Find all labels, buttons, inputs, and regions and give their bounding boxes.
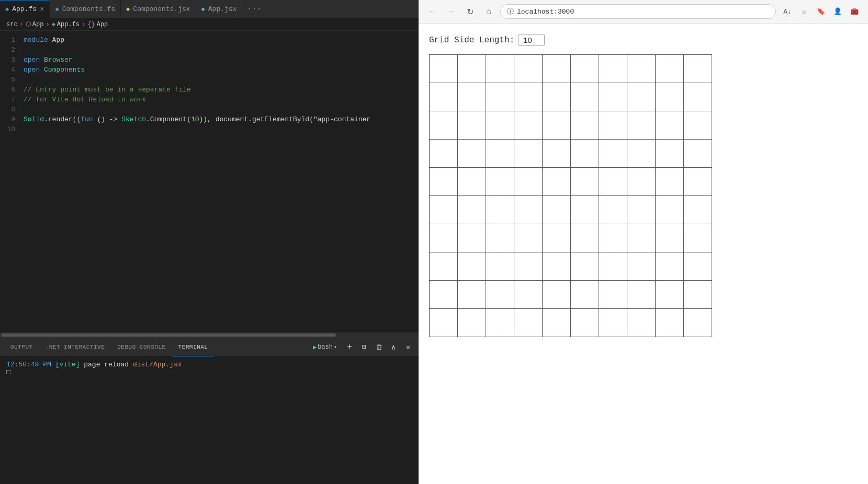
tab-app-jsx[interactable]: ◆ App.jsx [196, 0, 243, 18]
grid-cell[interactable] [543, 111, 571, 140]
grid-cell[interactable] [430, 224, 458, 252]
grid-cell[interactable] [656, 224, 684, 252]
grid-cell[interactable] [543, 83, 571, 111]
grid-cell[interactable] [599, 309, 627, 337]
grid-cell[interactable] [514, 224, 543, 252]
grid-cell[interactable] [543, 309, 571, 337]
grid-cell[interactable] [684, 196, 712, 224]
grid-cell[interactable] [430, 55, 458, 83]
grid-cell[interactable] [599, 196, 627, 224]
home-button[interactable]: ⌂ [481, 4, 496, 19]
grid-cell[interactable] [656, 55, 684, 83]
grid-cell[interactable] [656, 309, 684, 337]
grid-cell[interactable] [571, 55, 599, 83]
grid-cell[interactable] [627, 309, 656, 337]
grid-cell[interactable] [458, 281, 486, 309]
grid-cell[interactable] [458, 83, 486, 111]
grid-cell[interactable] [458, 168, 486, 196]
grid-cell[interactable] [599, 281, 627, 309]
grid-cell[interactable] [627, 281, 656, 309]
grid-cell[interactable] [514, 111, 543, 140]
address-bar[interactable]: ⓘ localhost:3000 [500, 4, 776, 19]
grid-cell[interactable] [627, 140, 656, 168]
grid-cell[interactable] [486, 309, 514, 337]
grid-cell[interactable] [571, 196, 599, 224]
grid-cell[interactable] [656, 168, 684, 196]
grid-cell[interactable] [656, 83, 684, 111]
grid-cell[interactable] [627, 55, 656, 83]
grid-cell[interactable] [599, 224, 627, 252]
grid-cell[interactable] [430, 140, 458, 168]
grid-cell[interactable] [514, 281, 543, 309]
grid-cell[interactable] [486, 111, 514, 140]
grid-cell[interactable] [543, 168, 571, 196]
grid-cell[interactable] [486, 55, 514, 83]
grid-cell[interactable] [458, 140, 486, 168]
grid-cell[interactable] [458, 196, 486, 224]
grid-cell[interactable] [458, 111, 486, 140]
grid-cell[interactable] [684, 252, 712, 281]
grid-cell[interactable] [684, 83, 712, 111]
terminal-content[interactable]: 12:50:49 PM [vite] page reload dist/App.… [0, 356, 419, 484]
tab-app-fs[interactable]: ◆ App.fs × [0, 0, 50, 18]
grid-cell[interactable] [486, 252, 514, 281]
back-button[interactable]: ← [425, 4, 439, 19]
grid-cell[interactable] [656, 196, 684, 224]
tab-overflow-menu[interactable]: ··· [242, 0, 266, 18]
grid-cell[interactable] [599, 83, 627, 111]
profile-button[interactable]: 👤 [830, 4, 845, 19]
grid-cell[interactable] [571, 111, 599, 140]
grid-size-input[interactable] [518, 34, 545, 46]
grid-cell[interactable] [627, 196, 656, 224]
split-terminal-button[interactable]: ⊟ [358, 341, 370, 353]
grid-cell[interactable] [571, 168, 599, 196]
grid-cell[interactable] [514, 168, 543, 196]
tab-components-fs[interactable]: ◆ Components.fs [50, 0, 121, 18]
grid-cell[interactable] [543, 196, 571, 224]
extensions-button[interactable]: 🧰 [847, 4, 862, 19]
grid-cell[interactable] [599, 140, 627, 168]
grid-cell[interactable] [543, 281, 571, 309]
close-panel-button[interactable]: ✕ [402, 341, 414, 353]
grid-cell[interactable] [571, 83, 599, 111]
run-task-button[interactable]: ▶ bash ▾ [309, 341, 341, 353]
grid-cell[interactable] [430, 309, 458, 337]
grid-cell[interactable] [430, 281, 458, 309]
grid-cell[interactable] [571, 224, 599, 252]
grid-cell[interactable] [627, 168, 656, 196]
grid-cell[interactable] [684, 281, 712, 309]
grid-cell[interactable] [458, 309, 486, 337]
grid-cell[interactable] [684, 111, 712, 140]
grid-cell[interactable] [486, 83, 514, 111]
grid-cell[interactable] [599, 252, 627, 281]
maximize-panel-button[interactable]: ∧ [387, 341, 400, 353]
tab-terminal[interactable]: TERMINAL [172, 338, 215, 356]
tab-debug-console[interactable]: DEBUG CONSOLE [111, 338, 172, 356]
grid-cell[interactable] [684, 140, 712, 168]
tab-components-jsx[interactable]: ◆ Components.jsx [121, 0, 196, 18]
grid-cell[interactable] [684, 55, 712, 83]
kill-terminal-button[interactable]: 🗑 [373, 341, 385, 353]
grid-cell[interactable] [430, 111, 458, 140]
grid-cell[interactable] [430, 252, 458, 281]
grid-cell[interactable] [543, 55, 571, 83]
grid-cell[interactable] [627, 224, 656, 252]
grid-cell[interactable] [430, 83, 458, 111]
grid-cell[interactable] [430, 168, 458, 196]
grid-cell[interactable] [656, 281, 684, 309]
grid-cell[interactable] [514, 252, 543, 281]
grid-cell[interactable] [486, 140, 514, 168]
grid-cell[interactable] [571, 252, 599, 281]
tab-output[interactable]: OUTPUT [4, 338, 39, 356]
grid-cell[interactable] [543, 252, 571, 281]
grid-cell[interactable] [656, 252, 684, 281]
grid-cell[interactable] [684, 309, 712, 337]
grid-cell[interactable] [656, 111, 684, 140]
grid-cell[interactable] [514, 196, 543, 224]
grid-cell[interactable] [458, 252, 486, 281]
editor-horizontal-scrollbar[interactable] [0, 332, 419, 338]
grid-cell[interactable] [514, 140, 543, 168]
grid-cell[interactable] [684, 224, 712, 252]
grid-cell[interactable] [627, 83, 656, 111]
tab-close-app-fs[interactable]: × [40, 5, 44, 14]
